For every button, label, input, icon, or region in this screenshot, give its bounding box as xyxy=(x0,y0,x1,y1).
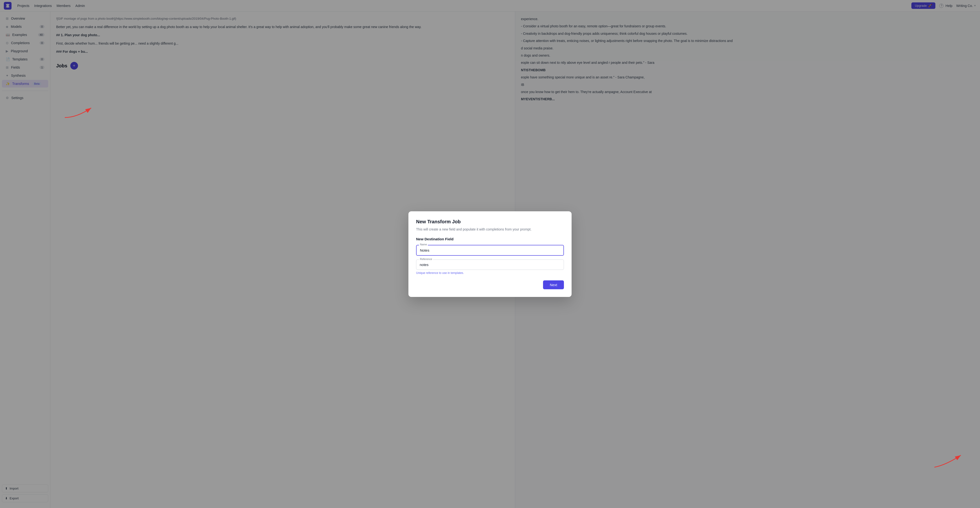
reference-hint: Unique reference to use in templates. xyxy=(416,271,564,275)
main-content: ![GIF montage of pugs from a photo booth… xyxy=(50,11,980,508)
name-field-group: Name xyxy=(416,245,564,256)
reference-field-group: Reference Unique reference to use in tem… xyxy=(416,260,564,275)
modal-description: This will create a new field and populat… xyxy=(416,227,564,231)
modal-footer: Next xyxy=(416,280,564,289)
modal-overlay[interactable]: New Transform Job This will create a new… xyxy=(50,11,980,508)
modal-section-title: New Destination Field xyxy=(416,237,564,241)
name-input[interactable] xyxy=(416,245,564,256)
next-button[interactable]: Next xyxy=(543,280,564,289)
modal-title: New Transform Job xyxy=(416,219,564,224)
modal-dialog: New Transform Job This will create a new… xyxy=(409,211,571,297)
app-layout: ⊞ Overview ◈ Models 0 📖 Examples 40 ⊙ Co… xyxy=(0,0,980,508)
name-field-label: Name xyxy=(419,243,428,246)
reference-input[interactable] xyxy=(416,260,564,270)
reference-field-label: Reference xyxy=(419,257,433,260)
